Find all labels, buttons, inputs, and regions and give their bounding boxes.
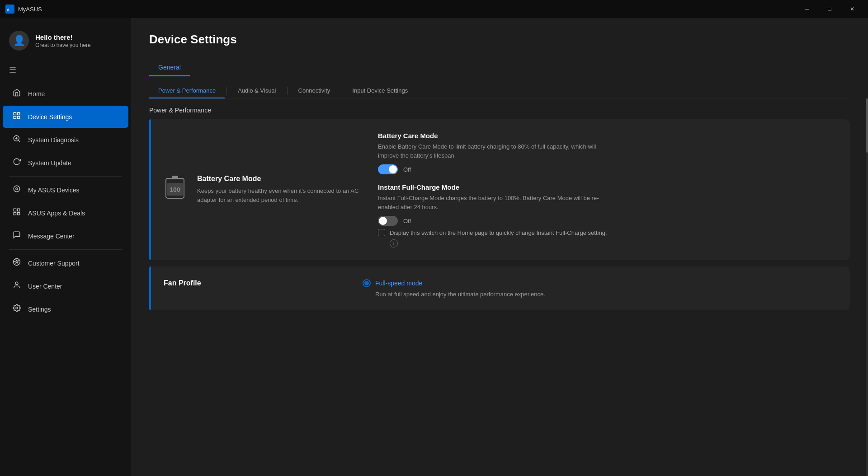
fan-profile-title: Fan Profile <box>164 279 344 287</box>
settings-content: Power & Performance 100 Battery Care <box>131 98 868 476</box>
tab-bar: General <box>149 59 850 76</box>
instant-fullcharge-desc: Instant Full-Charge Mode charges the bat… <box>378 194 604 211</box>
main-content: Device Settings General Power & Performa… <box>131 18 868 476</box>
subnav-tab-input-device-settings[interactable]: Input Device Settings <box>343 84 417 98</box>
sidebar-item-asus-apps-deals[interactable]: ASUS Apps & Deals <box>3 202 128 224</box>
tab-general[interactable]: General <box>149 59 190 76</box>
battery-care-toggle-label: Off <box>403 166 411 173</box>
user-center-icon <box>12 281 22 291</box>
sidebar-label-my-asus-devices: My ASUS Devices <box>28 187 80 194</box>
maximize-button[interactable]: □ <box>819 2 840 16</box>
fan-card-left: Fan Profile <box>164 279 344 298</box>
display-switch-label: Display this switch on the Home page to … <box>390 229 607 238</box>
svg-rect-12 <box>14 209 16 211</box>
fullspeed-mode-option: Full-speed mode <box>363 279 835 287</box>
sidebar-item-my-asus-devices[interactable]: My ASUS Devices <box>3 179 128 201</box>
settings-icon <box>12 304 22 314</box>
home-icon <box>12 89 22 99</box>
sidebar: 👤 Hello there! Great to have you here ☰ … <box>0 18 131 476</box>
message-center-icon <box>12 231 22 241</box>
sidebar-label-system-diagnosis: System Diagnosis <box>28 136 79 144</box>
display-switch-checkbox[interactable] <box>378 229 385 236</box>
system-update-icon <box>12 158 22 168</box>
svg-point-18 <box>16 307 18 309</box>
fullspeed-mode-label: Full-speed mode <box>375 280 422 287</box>
scrollbar[interactable] <box>866 98 868 476</box>
battery-care-card: 100 Battery Care Mode Keeps your battery… <box>149 119 850 260</box>
page-header: Device Settings General <box>131 18 868 76</box>
battery-care-mode-title: Battery Care Mode <box>378 132 835 140</box>
sidebar-item-message-center[interactable]: Message Center <box>3 225 128 247</box>
sidebar-item-user-center[interactable]: User Center <box>3 275 128 297</box>
subnav: Power & Performance Audio & Visual Conne… <box>131 76 868 98</box>
instant-fullcharge-toggle-label: Off <box>403 218 411 224</box>
sidebar-label-home: Home <box>28 90 45 98</box>
svg-rect-20 <box>172 176 178 179</box>
sidebar-label-system-update: System Update <box>28 159 71 167</box>
sidebar-label-customer-support: Customer Support <box>28 260 80 267</box>
section-label: Power & Performance <box>131 98 868 119</box>
close-button[interactable]: ✕ <box>842 2 863 16</box>
svg-rect-3 <box>18 112 20 115</box>
sidebar-item-home[interactable]: Home <box>3 83 128 105</box>
svg-rect-13 <box>18 209 20 211</box>
instant-fullcharge-section: Instant Full-Charge Mode Instant Full-Ch… <box>378 183 835 247</box>
sidebar-item-system-update[interactable]: System Update <box>3 152 128 174</box>
battery-card-left: 100 Battery Care Mode Keeps your battery… <box>164 132 360 247</box>
sidebar-item-settings[interactable]: Settings <box>3 298 128 320</box>
battery-icon: 100 <box>164 175 186 205</box>
sidebar-label-user-center: User Center <box>28 283 62 290</box>
svg-point-11 <box>16 188 18 190</box>
display-switch-row: Display this switch on the Home page to … <box>378 229 835 247</box>
greeting-text: Hello there! <box>35 33 91 41</box>
subnav-tab-power-performance[interactable]: Power & Performance <box>149 84 225 98</box>
subnav-tab-connectivity[interactable]: Connectivity <box>289 84 340 98</box>
battery-care-mode-section: Battery Care Mode Enable Battery Care Mo… <box>378 132 835 174</box>
fullspeed-mode-desc: Run at full speed and enjoy the ultimate… <box>375 291 835 298</box>
customer-support-icon <box>12 258 22 268</box>
divider-2 <box>9 249 122 250</box>
battery-care-toggle[interactable] <box>378 164 398 174</box>
fullspeed-radio-button[interactable] <box>363 279 371 287</box>
system-diagnosis-icon <box>12 135 22 145</box>
svg-point-17 <box>15 282 18 285</box>
info-icon[interactable]: i <box>390 239 398 247</box>
battery-care-toggle-row: Off <box>378 164 835 174</box>
fan-profile-card: Fan Profile Full-speed mode Run at full … <box>149 266 850 310</box>
svg-rect-4 <box>14 117 16 119</box>
svg-rect-15 <box>18 213 20 215</box>
fan-card-right: Full-speed mode Run at full speed and en… <box>363 279 835 298</box>
titlebar-controls: ─ □ ✕ <box>797 2 863 16</box>
avatar: 👤 <box>9 31 29 51</box>
sidebar-item-customer-support[interactable]: Customer Support <box>3 252 128 274</box>
subnav-separator-1 <box>226 87 227 95</box>
app-title: MyASUS <box>18 6 42 13</box>
profile-section: 👤 Hello there! Great to have you here <box>0 18 131 61</box>
subnav-separator-3 <box>341 87 341 95</box>
sidebar-label-device-settings: Device Settings <box>28 113 72 121</box>
svg-rect-14 <box>14 213 16 215</box>
titlebar-left: A MyASUS <box>5 5 42 14</box>
greeting-subtitle: Great to have you here <box>35 42 91 48</box>
card-accent-bar <box>149 119 151 260</box>
sidebar-item-device-settings[interactable]: Device Settings <box>3 106 128 128</box>
user-icon: 👤 <box>13 35 25 47</box>
svg-rect-5 <box>18 117 20 119</box>
asus-logo-icon: A <box>5 5 14 14</box>
profile-text: Hello there! Great to have you here <box>35 33 91 48</box>
asus-apps-deals-icon <box>12 208 22 218</box>
sidebar-item-system-diagnosis[interactable]: System Diagnosis <box>3 129 128 151</box>
battery-care-mode-desc: Enable Battery Care Mode to limit batter… <box>378 142 604 160</box>
my-asus-devices-icon <box>12 185 22 195</box>
menu-icon[interactable]: ☰ <box>0 61 131 82</box>
battery-card-title: Battery Care Mode <box>197 175 360 183</box>
minimize-button[interactable]: ─ <box>797 2 817 16</box>
subnav-tab-audio-visual[interactable]: Audio & Visual <box>229 84 285 98</box>
svg-rect-2 <box>14 112 16 115</box>
battery-card-info: Battery Care Mode Keeps your battery hea… <box>197 175 360 204</box>
scrollbar-thumb[interactable] <box>866 98 868 153</box>
device-settings-icon <box>12 112 22 122</box>
instant-fullcharge-toggle[interactable] <box>378 216 398 226</box>
sidebar-label-settings: Settings <box>28 306 51 313</box>
titlebar: A MyASUS ─ □ ✕ <box>0 0 868 18</box>
